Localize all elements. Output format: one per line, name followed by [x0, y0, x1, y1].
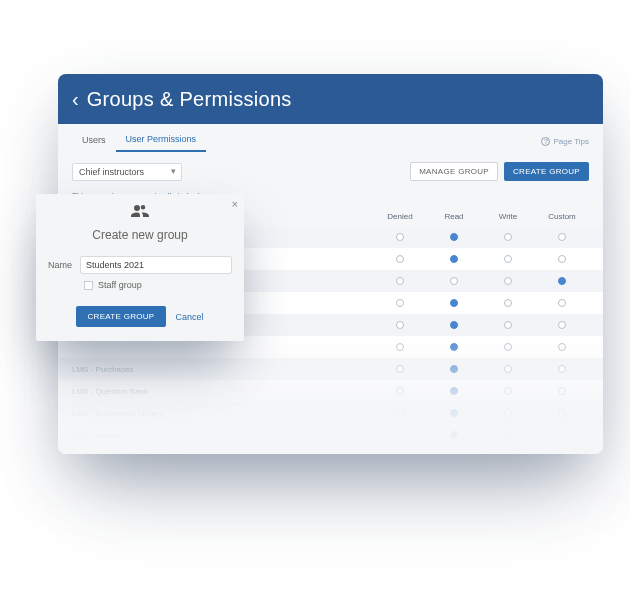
group-select[interactable]: Chief instructors [72, 163, 182, 181]
group-name-input[interactable] [80, 256, 232, 274]
perm-write[interactable] [504, 431, 512, 439]
perm-custom[interactable] [558, 387, 566, 395]
help-icon: ? [541, 137, 550, 146]
perm-custom[interactable] [558, 321, 566, 329]
staff-group-label: Staff group [98, 280, 142, 290]
app-header: ‹ Groups & Permissions [58, 74, 603, 124]
col-read: Read [427, 212, 481, 221]
perm-denied[interactable] [396, 343, 404, 351]
modal-cancel-link[interactable]: Cancel [176, 312, 204, 322]
modal-title: Create new group [36, 222, 244, 254]
staff-group-checkbox[interactable] [84, 281, 93, 290]
perm-write[interactable] [504, 409, 512, 417]
perm-denied[interactable] [396, 321, 404, 329]
manage-group-button[interactable]: MANAGE GROUP [410, 162, 498, 181]
perm-read[interactable] [450, 299, 458, 307]
perm-denied[interactable] [396, 409, 404, 417]
perm-read[interactable] [450, 365, 458, 373]
toolbar: Chief instructors MANAGE GROUP CREATE GR… [58, 152, 603, 191]
table-row: LMS - Question Bank [58, 380, 603, 402]
perm-denied[interactable] [396, 299, 404, 307]
perm-denied[interactable] [396, 387, 404, 395]
perm-denied[interactable] [396, 431, 404, 439]
row-name: LMS - Documents Library [72, 409, 373, 418]
col-custom: Custom [535, 212, 589, 221]
page-tips[interactable]: ? Page Tips [541, 137, 589, 146]
perm-custom[interactable] [558, 277, 566, 285]
table-row: LMS - Documents Library [58, 402, 603, 424]
perm-custom[interactable] [558, 409, 566, 417]
perm-write[interactable] [504, 233, 512, 241]
table-row: LMS - Purchases [58, 358, 603, 380]
perm-custom[interactable] [558, 343, 566, 351]
perm-custom[interactable] [558, 233, 566, 241]
close-icon[interactable]: × [232, 198, 238, 210]
tabs-bar: Users User Permissions ? Page Tips [58, 124, 603, 152]
perm-denied[interactable] [396, 277, 404, 285]
perm-read[interactable] [450, 409, 458, 417]
perm-custom[interactable] [558, 431, 566, 439]
perm-write[interactable] [504, 321, 512, 329]
group-select-value: Chief instructors [79, 167, 144, 177]
row-name: LMS - Courses and Templates [72, 453, 373, 455]
col-denied: Denied [373, 212, 427, 221]
perm-custom[interactable] [558, 255, 566, 263]
tab-users[interactable]: Users [72, 131, 116, 151]
perm-write[interactable] [504, 365, 512, 373]
modal-create-button[interactable]: CREATE GROUP [76, 306, 165, 327]
perm-denied[interactable] [396, 365, 404, 373]
table-row: LMS - Courses and Templates [58, 446, 603, 454]
perm-write[interactable] [504, 387, 512, 395]
perm-read[interactable] [450, 343, 458, 351]
perm-read[interactable] [450, 387, 458, 395]
perm-custom[interactable] [558, 453, 566, 454]
perm-denied[interactable] [396, 255, 404, 263]
row-name: LMS - Question Bank [72, 387, 373, 396]
perm-write[interactable] [504, 255, 512, 263]
row-name: LMS - Purchases [72, 365, 373, 374]
perm-read[interactable] [450, 431, 458, 439]
perm-write[interactable] [504, 453, 512, 454]
name-label: Name [48, 260, 72, 270]
back-icon[interactable]: ‹ [72, 89, 79, 109]
tab-user-permissions[interactable]: User Permissions [116, 130, 207, 152]
page-title: Groups & Permissions [87, 88, 292, 111]
perm-custom[interactable] [558, 299, 566, 307]
table-row: LMS - Lectures [58, 424, 603, 446]
page-tips-label: Page Tips [553, 137, 589, 146]
create-group-modal: × Create new group Name Staff group CREA… [36, 194, 244, 341]
group-icon [36, 194, 244, 222]
perm-denied[interactable] [396, 453, 404, 454]
perm-read[interactable] [450, 321, 458, 329]
perm-denied[interactable] [396, 233, 404, 241]
perm-write[interactable] [504, 277, 512, 285]
perm-read[interactable] [450, 453, 458, 454]
perm-write[interactable] [504, 299, 512, 307]
perm-read[interactable] [450, 255, 458, 263]
row-name: LMS - Lectures [72, 431, 373, 440]
perm-read[interactable] [450, 233, 458, 241]
perm-custom[interactable] [558, 365, 566, 373]
perm-write[interactable] [504, 343, 512, 351]
create-group-button[interactable]: CREATE GROUP [504, 162, 589, 181]
col-write: Write [481, 212, 535, 221]
perm-read[interactable] [450, 277, 458, 285]
